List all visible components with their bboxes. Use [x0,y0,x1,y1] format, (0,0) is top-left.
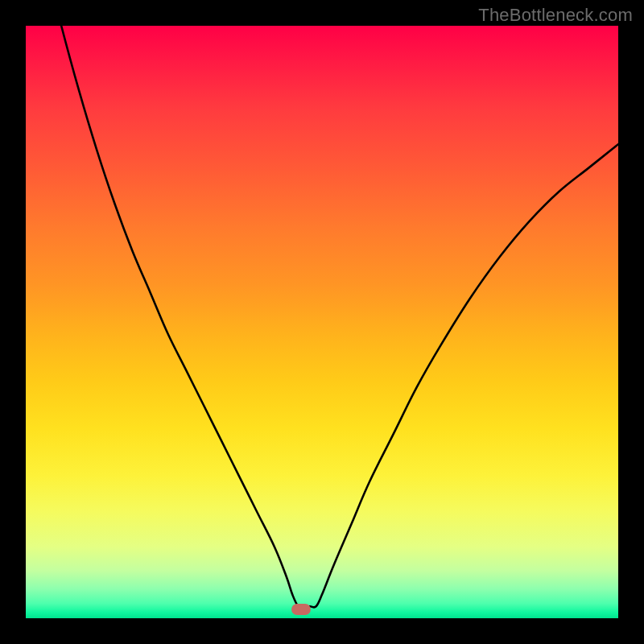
chart-container: TheBottleneck.com [0,0,644,644]
watermark-text: TheBottleneck.com [478,5,633,26]
plot-area [26,26,618,618]
minimum-marker [291,604,311,615]
bottleneck-curve [26,26,618,618]
